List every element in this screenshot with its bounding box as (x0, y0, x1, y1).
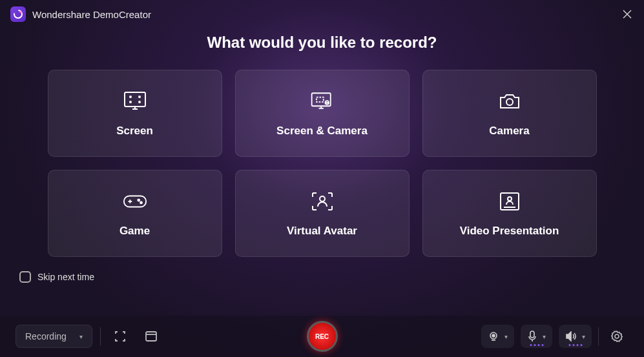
svg-point-17 (492, 334, 495, 337)
page-heading: What would you like to record? (0, 34, 644, 52)
card-screen[interactable]: Screen (48, 70, 222, 157)
mode-dropdown-label: Recording (25, 331, 67, 342)
mode-grid: Screen Screen & Camera Camera (0, 70, 644, 257)
virtual-avatar-icon (309, 190, 335, 213)
svg-point-14 (508, 197, 512, 201)
chevron-down-icon: ▾ (504, 333, 508, 340)
skip-row: Skip next time (0, 257, 644, 283)
card-label: Video Presentation (460, 225, 559, 238)
skip-checkbox[interactable] (19, 271, 31, 283)
card-game[interactable]: Game (48, 170, 222, 257)
bottom-toolbar: Recording ▾ REC ▾ ▾ ▾ (0, 316, 644, 357)
card-virtual-avatar[interactable]: Virtual Avatar (235, 170, 410, 257)
svg-point-12 (320, 196, 325, 201)
record-button[interactable]: REC (307, 321, 338, 352)
app-logo (10, 6, 26, 22)
settings-button[interactable] (605, 325, 628, 348)
svg-rect-2 (125, 92, 145, 107)
svg-rect-15 (146, 332, 156, 341)
window-button[interactable] (140, 325, 163, 348)
titlebar: Wondershare DemoCreator (0, 0, 644, 28)
chevron-down-icon: ▾ (79, 333, 83, 340)
card-label: Screen (116, 125, 153, 138)
card-video-presentation[interactable]: Video Presentation (422, 170, 597, 257)
svg-point-1 (20, 12, 22, 14)
right-controls: ▾ ▾ ▾ (481, 325, 628, 348)
speaker-control[interactable]: ▾ (559, 325, 592, 348)
divider (100, 327, 101, 345)
app-title: Wondershare DemoCreator (32, 9, 151, 20)
svg-point-19 (615, 334, 619, 338)
close-button[interactable] (621, 8, 634, 21)
svg-rect-18 (530, 331, 534, 338)
card-label: Virtual Avatar (287, 225, 357, 238)
svg-point-4 (139, 96, 140, 97)
svg-point-3 (130, 96, 131, 97)
webcam-control[interactable]: ▾ (481, 325, 514, 348)
card-label: Game (119, 225, 150, 238)
screen-icon (122, 90, 148, 113)
screen-camera-icon (309, 90, 335, 113)
divider (598, 327, 599, 345)
microphone-control[interactable]: ▾ (521, 325, 552, 348)
svg-point-9 (506, 99, 513, 105)
skip-label: Skip next time (37, 272, 94, 282)
card-camera[interactable]: Camera (422, 70, 597, 157)
titlebar-left: Wondershare DemoCreator (10, 6, 151, 22)
video-presentation-icon (497, 190, 523, 213)
card-label: Camera (489, 125, 529, 138)
card-label: Screen & Camera (276, 125, 368, 138)
game-icon (122, 190, 148, 213)
svg-point-5 (130, 101, 131, 103)
mode-dropdown[interactable]: Recording ▾ (16, 325, 92, 348)
svg-point-10 (138, 199, 140, 201)
chevron-down-icon: ▾ (582, 333, 585, 340)
svg-point-6 (139, 101, 140, 103)
camera-icon (497, 90, 523, 113)
capture-region-button[interactable] (109, 325, 132, 348)
rec-label: REC (315, 333, 329, 340)
svg-point-11 (140, 201, 142, 203)
chevron-down-icon: ▾ (543, 333, 546, 340)
card-screen-camera[interactable]: Screen & Camera (235, 70, 410, 157)
